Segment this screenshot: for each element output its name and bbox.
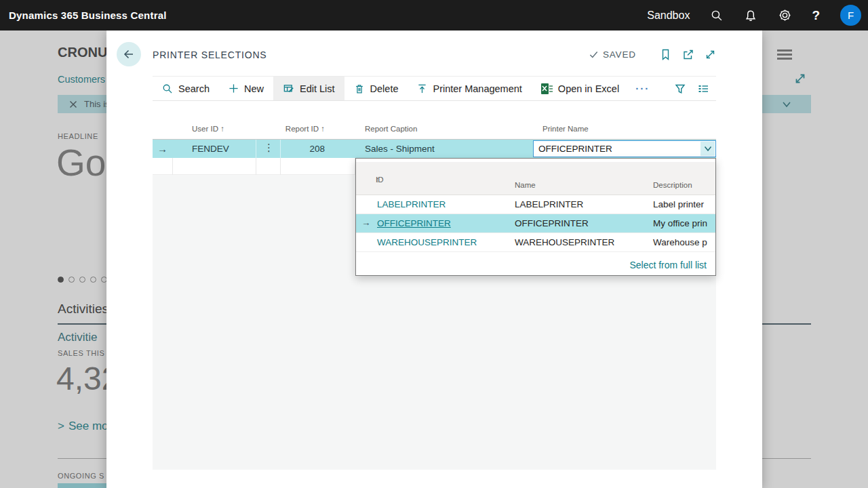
back-button[interactable] <box>117 42 141 66</box>
expand-page-icon[interactable] <box>704 48 717 62</box>
open-in-excel-label: Open in Excel <box>558 83 619 94</box>
filter-icon[interactable] <box>671 77 689 100</box>
screen: Dynamics 365 Business Central Sandbox ? … <box>0 0 868 488</box>
cell-divider <box>280 140 281 158</box>
combobox-chevron-down-icon[interactable] <box>701 142 715 156</box>
printer-name-header-label: Printer Name <box>542 125 589 133</box>
sort-ascending-icon: ↑ <box>321 125 325 133</box>
delete-label: Delete <box>370 83 399 94</box>
printer-id-link[interactable]: WAREHOUSEPRINTER <box>377 237 477 247</box>
page-title: PRINTER SELECTIONS <box>153 49 267 60</box>
help-question-icon[interactable]: ? <box>812 8 820 23</box>
trash-icon <box>354 83 365 94</box>
report-id-cell[interactable]: 208 <box>280 144 325 154</box>
delete-action[interactable]: Delete <box>344 77 408 100</box>
printer-description-cell: Label printer <box>653 199 704 209</box>
user-id-cell[interactable]: FENDEV <box>192 144 229 154</box>
new-label: New <box>244 83 264 94</box>
report-caption-header-label: Report Caption <box>365 125 417 133</box>
column-header-printer-name[interactable]: Printer Name <box>542 125 589 133</box>
save-status-label: SAVED <box>603 49 636 60</box>
printer-id-link[interactable]: OFFICEPRINTER <box>377 218 451 228</box>
current-row-marker-icon: → <box>157 143 167 155</box>
select-from-full-list-link[interactable]: Select from full list <box>629 260 707 270</box>
column-header-report-caption[interactable]: Report Caption <box>365 125 417 133</box>
printer-lookup-dropdown: ID ↑ Name Description LABELPRINTER LABEL… <box>355 158 716 276</box>
current-row-marker-icon: → <box>361 218 371 228</box>
search-icon[interactable] <box>710 9 724 22</box>
printer-name-combobox[interactable]: OFFICEPRINTER <box>533 140 716 157</box>
cell-divider <box>256 140 256 158</box>
dropdown-column-description[interactable]: Description <box>653 181 692 189</box>
avatar[interactable]: F <box>840 5 861 26</box>
arrow-left-icon <box>122 47 136 61</box>
user-id-header-label: User ID <box>192 125 218 133</box>
printer-name-cell: WAREHOUSEPRINTER <box>515 237 614 247</box>
dropdown-row-warehouseprinter[interactable]: WAREHOUSEPRINTER WAREHOUSEPRINTER Wareho… <box>356 233 715 252</box>
search-icon <box>162 83 173 94</box>
excel-icon <box>541 83 553 94</box>
printer-management-label: Printer Management <box>433 83 521 94</box>
app-top-bar: Dynamics 365 Business Central Sandbox ? … <box>0 0 868 30</box>
printer-description-cell: My office prin <box>653 218 707 228</box>
dropdown-row-officeprinter-selected[interactable]: → OFFICEPRINTER OFFICEPRINTER My office … <box>356 214 715 233</box>
report-caption-cell[interactable]: Sales - Shipment <box>365 144 435 154</box>
sort-ascending-icon: ↑ <box>220 125 224 133</box>
printer-description-cell: Warehouse p <box>653 237 707 247</box>
choose-view-list-icon[interactable] <box>694 77 712 100</box>
edit-list-label: Edit List <box>300 83 335 94</box>
open-in-new-window-icon[interactable] <box>682 48 695 62</box>
edit-list-action[interactable]: Edit List <box>273 77 344 100</box>
printer-management-action[interactable]: Printer Management <box>408 77 531 100</box>
edit-list-icon <box>283 83 294 94</box>
top-bar-actions: Sandbox ? F <box>647 0 861 30</box>
cell-divider <box>280 158 281 175</box>
printer-selections-page: PRINTER SELECTIONS SAVED Search New <box>106 30 762 488</box>
environment-badge: Sandbox <box>647 9 690 22</box>
plus-icon <box>229 83 239 94</box>
save-status: SAVED <box>589 49 636 60</box>
row-options-icon[interactable]: ⋮ <box>264 142 273 154</box>
bookmark-icon[interactable] <box>659 48 673 62</box>
new-action[interactable]: New <box>219 77 273 100</box>
printer-id-link[interactable]: LABELPRINTER <box>377 199 446 209</box>
open-in-excel-action[interactable]: Open in Excel <box>532 77 629 100</box>
search-action[interactable]: Search <box>153 77 219 100</box>
column-header-user-id[interactable]: User ID ↑ <box>192 125 224 133</box>
printer-name-cell: LABELPRINTER <box>515 199 583 209</box>
dropdown-header-row: ID ↑ Name Description <box>356 162 715 195</box>
report-id-header-label: Report ID <box>285 125 319 133</box>
cell-divider <box>256 158 256 175</box>
search-label: Search <box>178 83 210 94</box>
app-title: Dynamics 365 Business Central <box>9 9 167 21</box>
check-icon <box>589 49 599 60</box>
action-toolbar: Search New Edit List Delete Printer Mana… <box>153 76 716 101</box>
printer-name-value: OFFICEPRINTER <box>538 144 612 154</box>
cell-divider <box>172 158 173 175</box>
notifications-bell-icon[interactable] <box>744 9 757 22</box>
arrow-up-to-bar-icon <box>417 83 427 94</box>
printer-name-cell: OFFICEPRINTER <box>515 218 589 228</box>
dropdown-row-labelprinter[interactable]: LABELPRINTER LABELPRINTER Label printer <box>356 195 715 214</box>
dropdown-column-name[interactable]: Name <box>515 181 536 189</box>
sort-ascending-icon: ↑ <box>376 176 380 184</box>
settings-gear-icon[interactable] <box>778 9 791 22</box>
column-header-report-id[interactable]: Report ID ↑ <box>280 125 325 133</box>
more-options-button[interactable]: ··· <box>629 77 656 100</box>
